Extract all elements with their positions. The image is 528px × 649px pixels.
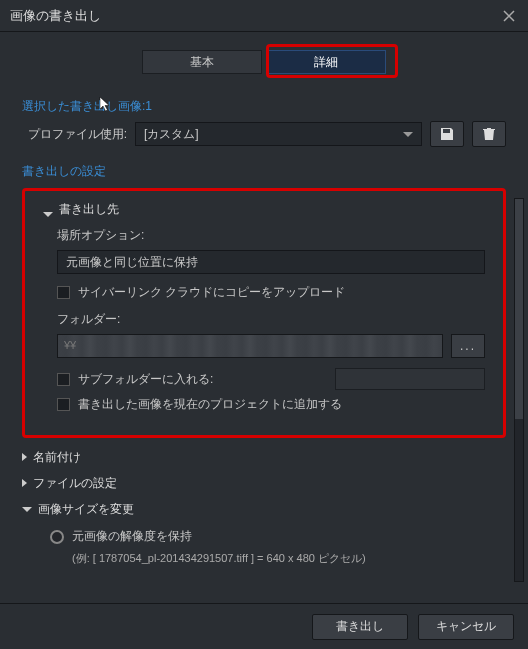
close-icon — [502, 9, 516, 23]
resize-example: (例: [ 1787054_pl-201434291507.tiff ] = 6… — [72, 551, 506, 566]
delete-profile-button[interactable] — [472, 121, 506, 147]
selected-images-row: 選択した書き出し画像:1 — [22, 98, 506, 115]
scrollbar-thumb[interactable] — [515, 199, 523, 419]
keep-resolution-label: 元画像の解像度を保持 — [72, 528, 192, 545]
tab-bar: 基本 詳細 — [0, 32, 528, 84]
cancel-button-label: キャンセル — [436, 618, 496, 635]
tab-basic[interactable]: 基本 — [142, 50, 262, 74]
section-naming-header[interactable]: 名前付け — [22, 444, 506, 470]
destination-panel: 書き出し先 場所オプション: 元画像と同じ位置に保持 サイバーリンク クラウドに… — [22, 188, 506, 438]
section-resize-title: 画像サイズを変更 — [38, 501, 134, 518]
tab-advanced-label: 詳細 — [314, 54, 338, 71]
section-file-settings-title: ファイルの設定 — [33, 475, 117, 492]
section-destination-title: 書き出し先 — [59, 201, 119, 218]
location-option-select[interactable]: 元画像と同じ位置に保持 — [57, 250, 485, 274]
section-naming-title: 名前付け — [33, 449, 81, 466]
section-file-settings-header[interactable]: ファイルの設定 — [22, 470, 506, 496]
selected-images-label: 選択した書き出し画像: — [22, 99, 145, 113]
footer: 書き出し キャンセル — [0, 603, 528, 649]
add-project-label: 書き出した画像を現在のプロジェクトに追加する — [78, 396, 342, 413]
disclosure-down-icon — [22, 507, 32, 512]
location-option-value: 元画像と同じ位置に保持 — [66, 254, 198, 271]
keep-resolution-radio[interactable] — [50, 530, 64, 544]
export-button[interactable]: 書き出し — [312, 614, 408, 640]
upload-cloud-label: サイバーリンク クラウドにコピーをアップロード — [78, 284, 345, 301]
export-settings-label: 書き出しの設定 — [22, 163, 506, 180]
save-profile-button[interactable] — [430, 121, 464, 147]
selected-images-count: 1 — [145, 99, 152, 113]
export-button-label: 書き出し — [336, 618, 384, 635]
disclosure-right-icon — [22, 479, 27, 487]
profile-select[interactable]: [カスタム] — [135, 122, 422, 146]
tab-advanced[interactable]: 詳細 — [266, 50, 386, 74]
tab-basic-label: 基本 — [190, 54, 214, 71]
close-button[interactable] — [500, 7, 518, 25]
trash-icon — [481, 126, 497, 142]
chevron-down-icon — [403, 132, 413, 137]
profile-row: プロファイル使用: [カスタム] — [22, 121, 506, 147]
disclosure-down-icon — [43, 212, 53, 217]
subfolder-input[interactable] — [335, 368, 485, 390]
add-project-checkbox[interactable] — [57, 398, 70, 411]
title-bar: 画像の書き出し — [0, 0, 528, 32]
section-destination-header[interactable]: 書き出し先 — [43, 201, 485, 227]
section-resize-header[interactable]: 画像サイズを変更 — [22, 496, 506, 522]
browse-button[interactable]: ... — [451, 334, 485, 358]
disclosure-right-icon — [22, 453, 27, 461]
vertical-scrollbar[interactable] — [514, 198, 524, 582]
window-title: 画像の書き出し — [10, 7, 101, 25]
profile-value: [カスタム] — [144, 126, 199, 143]
folder-path-prefix: ¥¥ — [64, 339, 76, 351]
folder-label: フォルダー: — [57, 311, 485, 328]
profile-label: プロファイル使用: — [22, 126, 127, 143]
subfolder-checkbox[interactable] — [57, 373, 70, 386]
folder-path-field: ¥¥ — [57, 334, 443, 358]
cancel-button[interactable]: キャンセル — [418, 614, 514, 640]
subfolder-label: サブフォルダーに入れる: — [78, 371, 213, 388]
save-icon — [439, 126, 455, 142]
browse-label: ... — [460, 339, 476, 353]
location-option-label: 場所オプション: — [57, 227, 485, 244]
upload-cloud-checkbox[interactable] — [57, 286, 70, 299]
